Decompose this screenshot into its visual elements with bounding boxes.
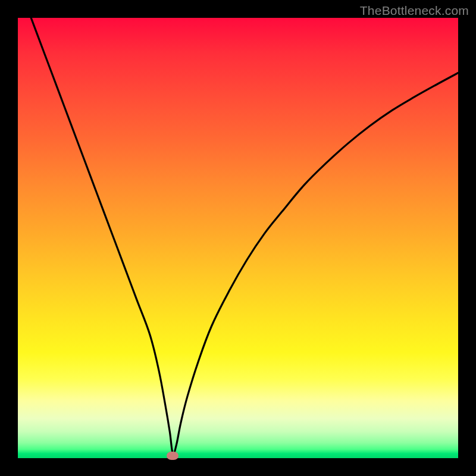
watermark-text: TheBottleneck.com xyxy=(360,4,469,18)
chart-container: TheBottleneck.com xyxy=(0,0,476,476)
plot-area xyxy=(18,18,458,458)
bottleneck-curve xyxy=(18,18,458,458)
optimum-marker xyxy=(167,452,178,460)
curve-path xyxy=(18,18,458,455)
